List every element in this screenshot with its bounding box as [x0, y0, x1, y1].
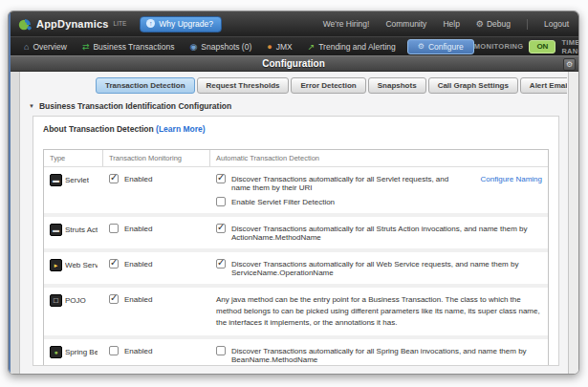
section-heading[interactable]: ▼ Business Transaction Identification Co…: [29, 101, 561, 111]
pojo-icon: [50, 294, 62, 307]
nav-business-transactions[interactable]: ⇄ Business Transactions: [75, 40, 183, 54]
nav-bar: ⌂ Overview ⇄ Business Transactions ◉ Sna…: [9, 36, 578, 55]
tab-error-detection[interactable]: Error Detection: [291, 77, 365, 94]
why-upgrade-label: Why Upgrade?: [159, 19, 213, 29]
web-service-icon: [50, 259, 62, 271]
detection-note: Any java method can be the entry point f…: [216, 294, 542, 329]
configure-gear-icon: ⚙: [418, 42, 425, 51]
detection-checkbox[interactable]: [216, 259, 226, 269]
nav-label: Overview: [33, 42, 66, 52]
debug-label: Debug: [487, 19, 511, 29]
page-title: Configuration: [262, 58, 325, 69]
tab-snapshots[interactable]: Snapshots: [368, 77, 426, 94]
appdynamics-logo[interactable]: AppDynamics LITE: [18, 17, 126, 32]
servlet-filter-checkbox[interactable]: [216, 197, 226, 206]
table-row: POJO Enabled Any java method can be the …: [44, 284, 548, 335]
tab-request-thresholds[interactable]: Request Thresholds: [197, 77, 290, 94]
about-line: About Transaction Detection (Learn More): [43, 124, 549, 134]
configuration-titlebar: Configuration ⚙: [9, 55, 578, 72]
monitoring-on-badge[interactable]: ON: [529, 40, 555, 54]
learn-more-link[interactable]: (Learn More): [156, 124, 205, 134]
type-label: Struts Acti: [65, 226, 98, 234]
enabled-label: Enabled: [124, 295, 152, 304]
trending-icon: ↗: [308, 42, 316, 52]
table-row: Struts Acti Enabled Discover Transaction…: [44, 213, 548, 248]
type-label: Spring Be: [65, 348, 98, 356]
enabled-checkbox[interactable]: [109, 174, 119, 183]
type-label: POJO: [65, 296, 86, 305]
link-were-hiring[interactable]: We're Hiring!: [323, 19, 370, 29]
settings-gear-button[interactable]: ⚙: [563, 58, 576, 71]
nav-label: Trending and Alerting: [318, 42, 396, 52]
struts-icon: [50, 224, 62, 236]
config-panel: About Transaction Detection (Learn More)…: [33, 116, 559, 366]
business-transactions-icon: ⇄: [82, 42, 90, 52]
col-type: Type: [44, 150, 103, 166]
divider: [527, 19, 528, 30]
app-window: AppDynamics LITE ↑ Why Upgrade? We're Hi…: [8, 11, 579, 375]
link-debug[interactable]: ⚙Debug: [476, 19, 511, 29]
type-label: Web Serv: [65, 261, 98, 269]
why-upgrade-button[interactable]: ↑ Why Upgrade?: [140, 16, 222, 32]
enabled-label: Enabled: [124, 175, 152, 183]
top-links: We're Hiring! Community Help ⚙Debug Logo…: [323, 19, 569, 30]
content-area: Transaction Detection Request Thresholds…: [9, 72, 578, 374]
detection-text: Enable Servlet Filter Detection: [231, 198, 335, 206]
overview-icon: ⌂: [24, 42, 29, 52]
enabled-checkbox[interactable]: [109, 346, 119, 355]
nav-trending-alerting[interactable]: ↗ Trending and Alerting: [300, 40, 403, 54]
nav-snapshots[interactable]: ◉ Snapshots (0): [182, 40, 259, 54]
servlet-icon: [50, 174, 62, 186]
nav-label: Business Transactions: [93, 42, 174, 52]
table-header: Type Transaction Monitoring Automatic Tr…: [44, 150, 548, 166]
nav-label: Snapshots (0): [201, 42, 251, 52]
link-help[interactable]: Help: [443, 19, 459, 29]
detection-checkbox[interactable]: [216, 346, 226, 355]
tab-bar: Transaction Detection Request Thresholds…: [96, 77, 561, 94]
enabled-checkbox[interactable]: [109, 224, 119, 233]
nav-overview[interactable]: ⌂ Overview: [16, 40, 75, 54]
appdynamics-logo-icon: [18, 17, 33, 32]
nav-configure-button[interactable]: ⚙ Configure: [407, 39, 474, 54]
enabled-checkbox[interactable]: [109, 294, 119, 304]
enabled-label: Enabled: [124, 347, 152, 355]
gear-icon: ⚙: [476, 19, 484, 29]
monitoring-label: MONITORING: [474, 42, 524, 51]
tab-transaction-detection[interactable]: Transaction Detection: [96, 77, 195, 94]
nav-jmx[interactable]: ● JMX: [259, 40, 299, 54]
enabled-checkbox[interactable]: [109, 259, 119, 269]
about-label: About Transaction Detection: [43, 124, 154, 134]
content-inner: Transaction Detection Request Thresholds…: [21, 72, 567, 374]
enabled-label: Enabled: [124, 225, 152, 233]
spring-bean-icon: [50, 346, 62, 358]
snapshots-icon: ◉: [189, 42, 197, 52]
enabled-label: Enabled: [124, 260, 152, 269]
table-row: Servlet Enabled Discover Transactions au…: [44, 166, 548, 213]
link-logout[interactable]: Logout: [544, 19, 569, 29]
section-heading-label: Business Transaction Identification Conf…: [39, 101, 231, 111]
col-transaction-monitoring: Transaction Monitoring: [103, 150, 210, 166]
tab-call-graph-settings[interactable]: Call Graph Settings: [428, 77, 518, 94]
detection-text: Discover Transactions automatically for …: [231, 347, 542, 364]
brand-name: AppDynamics: [36, 18, 109, 30]
detection-text: Discover Transactions automatically for …: [231, 225, 542, 242]
detection-table: Type Transaction Monitoring Automatic Tr…: [43, 149, 549, 366]
upgrade-arrow-icon: ↑: [146, 19, 155, 28]
brand-edition: LITE: [114, 20, 127, 27]
detection-text: Discover Transactions automatically for …: [231, 175, 466, 192]
link-community[interactable]: Community: [385, 19, 426, 29]
jmx-icon: ●: [267, 42, 272, 52]
scrollbar[interactable]: [568, 72, 578, 374]
detection-checkbox[interactable]: [216, 224, 226, 233]
configure-label: Configure: [428, 42, 464, 52]
configure-naming-link[interactable]: Configure Naming: [481, 175, 542, 183]
type-label: Servlet: [65, 176, 89, 184]
tab-alert-email-config[interactable]: Alert Email Config.: [520, 77, 567, 94]
collapse-triangle-icon: ▼: [29, 103, 34, 109]
col-automatic-detection: Automatic Transaction Detection: [210, 150, 548, 166]
table-row: Web Serv Enabled Discover Transactions a…: [44, 248, 548, 284]
time-range-label: TIME RANGE: [561, 38, 579, 55]
nav-label: JMX: [276, 42, 293, 52]
table-row: Spring Be Enabled Discover Transactions …: [44, 335, 548, 366]
detection-checkbox[interactable]: [216, 174, 226, 183]
